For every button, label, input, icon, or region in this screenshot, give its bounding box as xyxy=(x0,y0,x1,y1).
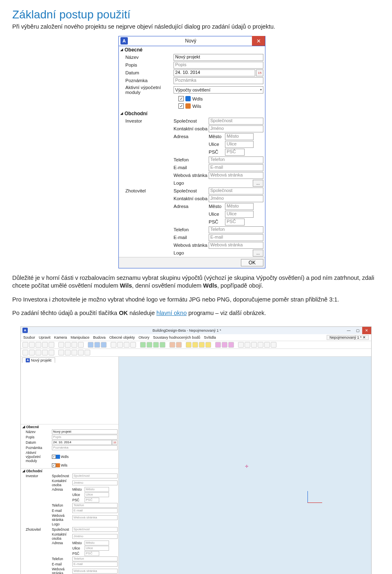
menu-item[interactable]: Kamera xyxy=(54,335,67,339)
investor-company-input[interactable]: Společnost xyxy=(209,118,263,125)
toolbar-icon[interactable] xyxy=(65,342,71,348)
investor-street-input[interactable]: Ulice xyxy=(85,492,109,497)
ok-button[interactable]: OK xyxy=(241,259,263,266)
toolbar-icon[interactable] xyxy=(169,342,175,348)
toolbar-icon[interactable] xyxy=(71,342,77,348)
menu-item[interactable]: Upravit xyxy=(39,335,51,339)
toolbar-icon[interactable] xyxy=(264,342,270,348)
toolbar-icon[interactable] xyxy=(192,342,198,348)
calendar-icon[interactable]: 15 xyxy=(112,440,118,445)
toolbar-icon[interactable] xyxy=(49,342,54,348)
toolbar-icon[interactable] xyxy=(29,342,35,348)
name-input[interactable]: Nový projekt xyxy=(52,429,118,434)
toolbar-icon[interactable] xyxy=(271,342,276,348)
toolbar-icon[interactable] xyxy=(176,342,182,348)
toolbar-icon[interactable] xyxy=(199,342,205,348)
menu-item[interactable]: Otvory xyxy=(138,335,149,339)
section-business[interactable]: ◢ Obchodní xyxy=(119,110,265,117)
toolbar-icon[interactable] xyxy=(78,350,84,355)
investor-email-input[interactable]: E-mail xyxy=(72,508,118,513)
name-input[interactable]: Nový projekt xyxy=(174,54,263,61)
toolbar-icon[interactable] xyxy=(71,350,77,355)
toolbar-icon[interactable] xyxy=(88,342,94,348)
toolbar-icon[interactable] xyxy=(49,350,54,355)
toolbar-icon[interactable] xyxy=(58,342,64,348)
contractor-web-input[interactable]: Webová stránka xyxy=(72,569,118,574)
toolbar-icon[interactable] xyxy=(58,350,64,355)
investor-city-input[interactable]: Město xyxy=(85,487,109,492)
toolbar-icon[interactable] xyxy=(124,342,129,348)
toolbar-icon[interactable] xyxy=(101,342,107,348)
contractor-city-input[interactable]: Město xyxy=(85,540,109,545)
toolbar-icon[interactable] xyxy=(140,342,146,348)
contractor-phone-input[interactable]: Telefon xyxy=(209,226,263,233)
investor-logo-button[interactable]: ... xyxy=(253,180,263,187)
toolbar-icon[interactable] xyxy=(153,342,159,348)
checkbox-wdls[interactable]: ✓ xyxy=(52,455,56,459)
menu-item[interactable]: Soustavy hodnocených bodů xyxy=(153,335,200,339)
contractor-company-input[interactable]: Společnost xyxy=(209,188,263,194)
contractor-logo-button[interactable]: ... xyxy=(253,250,263,257)
calendar-icon[interactable]: 15 xyxy=(256,69,263,76)
toolbar-icon[interactable] xyxy=(36,342,41,348)
toolbar-icon[interactable] xyxy=(94,342,100,348)
checkbox-wils[interactable]: ✓ xyxy=(178,103,184,109)
desc-input[interactable]: Popis xyxy=(174,62,263,69)
note-input[interactable]: Poznámka xyxy=(174,77,263,84)
toolbar-icon[interactable] xyxy=(65,350,71,355)
toolbar-icon[interactable] xyxy=(42,342,48,348)
investor-phone-input[interactable]: Telefon xyxy=(209,156,263,163)
contractor-psc-input[interactable]: PSČ xyxy=(85,551,99,556)
checkbox-wdls[interactable]: ✓ xyxy=(178,96,184,101)
section-general[interactable]: ◢Obecné xyxy=(21,424,118,429)
toolbar-icon[interactable] xyxy=(160,342,165,348)
toolbar-icon[interactable] xyxy=(117,342,123,348)
contractor-contact-input[interactable]: Jméno xyxy=(209,195,263,202)
date-input[interactable]: 24. 10. 2014 xyxy=(174,69,255,76)
toolbar-icon[interactable] xyxy=(147,342,152,348)
toolbar-icon[interactable] xyxy=(36,350,41,355)
toolbar-icon[interactable] xyxy=(111,342,116,348)
contractor-company-input[interactable]: Společnost xyxy=(72,527,118,532)
section-general[interactable]: ◢ Obecné xyxy=(119,46,265,54)
contractor-web-input[interactable]: Webová stránka xyxy=(209,242,263,249)
investor-web-input[interactable]: Webová stránka xyxy=(209,172,263,179)
maximize-button[interactable]: ▢ xyxy=(353,327,362,334)
menu-item[interactable]: Svítidla xyxy=(204,335,216,339)
toolbar-icon[interactable] xyxy=(222,342,227,348)
contractor-city-input[interactable]: Město xyxy=(225,203,254,210)
investor-web-input[interactable]: Webová stránka xyxy=(72,515,118,520)
close-button[interactable]: ✕ xyxy=(362,327,371,334)
checkbox-wils[interactable]: ✓ xyxy=(52,463,56,467)
note-input[interactable]: Poznámka xyxy=(52,445,118,450)
investor-email-input[interactable]: E-mail xyxy=(209,164,263,171)
viewport-3d[interactable]: ✛ xyxy=(119,357,371,574)
close-button[interactable]: ✕ xyxy=(252,36,265,46)
investor-psc-input[interactable]: PSČ xyxy=(85,498,99,503)
toolbar-icon[interactable] xyxy=(251,342,257,348)
toolbar-icon[interactable] xyxy=(205,342,211,348)
toolbar-icon[interactable] xyxy=(245,342,250,348)
investor-city-input[interactable]: Město xyxy=(225,133,254,140)
minimize-button[interactable]: — xyxy=(344,327,353,334)
menu-item[interactable]: Manipulace xyxy=(71,335,89,339)
modules-select[interactable]: Výpočty osvětlení ▾ xyxy=(174,86,263,94)
toolbar-icon[interactable] xyxy=(42,350,48,355)
investor-psc-input[interactable]: PSČ xyxy=(225,149,245,156)
toolbar-icon[interactable] xyxy=(85,350,90,355)
toolbar-icon[interactable] xyxy=(186,342,192,348)
menu-item[interactable]: Budova xyxy=(93,335,106,339)
contractor-email-input[interactable]: E-mail xyxy=(72,562,118,567)
contractor-email-input[interactable]: E-mail xyxy=(209,234,263,241)
date-input[interactable]: 24. 10. 2014 xyxy=(52,440,112,445)
contractor-street-input[interactable]: Ulice xyxy=(225,211,254,218)
investor-contact-input[interactable]: Jméno xyxy=(209,125,263,132)
contractor-street-input[interactable]: Ulice xyxy=(85,546,109,551)
document-tab[interactable]: Nepojmenovaný 1 * ✕ xyxy=(327,335,369,340)
toolbar-icon[interactable] xyxy=(22,350,28,355)
menu-item[interactable]: Soubor xyxy=(23,335,35,339)
investor-company-input[interactable]: Společnost xyxy=(72,473,118,478)
section-business[interactable]: ◢Obchodní xyxy=(21,468,118,473)
main-window-link[interactable]: hlavní okno xyxy=(156,310,187,316)
toolbar-icon[interactable] xyxy=(258,342,263,348)
